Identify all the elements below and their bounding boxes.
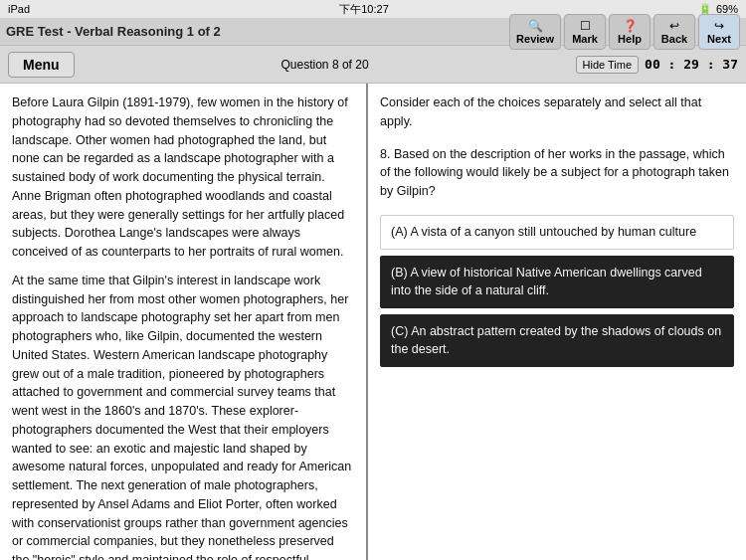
help-label: Help [618,33,642,45]
hide-time-button[interactable]: Hide Time [576,56,640,74]
back-label: Back [661,33,687,45]
review-label: Review [516,33,554,45]
review-button[interactable]: 🔍 Review [509,14,561,50]
choice-b[interactable]: (B) A view of historical Native American… [380,256,734,308]
question-info: Question 8 of 20 [75,58,576,72]
back-icon: ↩ [669,19,679,33]
nav-buttons-group: 🔍 Review ☐ Mark ❓ Help ↩ Back ↪ Next [509,14,740,50]
help-icon: ❓ [623,19,638,33]
next-icon: ↪ [714,19,724,33]
mark-label: Mark [572,33,598,45]
question-number: Question 8 of 20 [281,58,369,72]
timer-section: Hide Time 00 : 29 : 37 [576,56,738,74]
left-panel: Before Laura Gilpin (1891-1979), few wom… [0,84,368,560]
choice-c[interactable]: (C) An abstract pattern created by the s… [380,314,734,367]
choice-b-label: (B) A view of historical Native American… [391,266,702,297]
status-left: iPad [8,3,30,15]
timer-display: 00 : 29 : 37 [645,57,738,72]
second-nav: Menu Question 8 of 20 Hide Time 00 : 29 … [0,46,746,84]
page-title: GRE Test - Verbal Reasoning 1 of 2 [6,24,221,39]
next-button[interactable]: ↪ Next [698,14,740,50]
choice-a-label: (A) A vista of a canyon still untouched … [391,225,696,239]
back-button[interactable]: ↩ Back [653,14,695,50]
device-label: iPad [8,3,30,15]
mark-button[interactable]: ☐ Mark [564,14,606,50]
top-nav: GRE Test - Verbal Reasoning 1 of 2 🔍 Rev… [0,18,746,46]
instruction-text: Consider each of the choices separately … [380,93,734,131]
help-button[interactable]: ❓ Help [609,14,651,50]
passage-paragraph-1: Before Laura Gilpin (1891-1979), few wom… [12,93,354,262]
next-label: Next [707,33,731,45]
review-icon: 🔍 [528,19,543,33]
choice-a[interactable]: (A) A vista of a canyon still untouched … [380,215,734,251]
main-content: Before Laura Gilpin (1891-1979), few wom… [0,84,746,560]
question-text: 8. Based on the description of her works… [380,145,734,201]
choice-c-label: (C) An abstract pattern created by the s… [391,324,721,356]
menu-button[interactable]: Menu [8,52,75,78]
right-panel: Consider each of the choices separately … [368,84,746,560]
passage-paragraph-2: At the same time that Gilpin's interest … [12,272,354,560]
status-time: 下午10:27 [339,2,389,17]
mark-icon: ☐ [580,19,591,33]
